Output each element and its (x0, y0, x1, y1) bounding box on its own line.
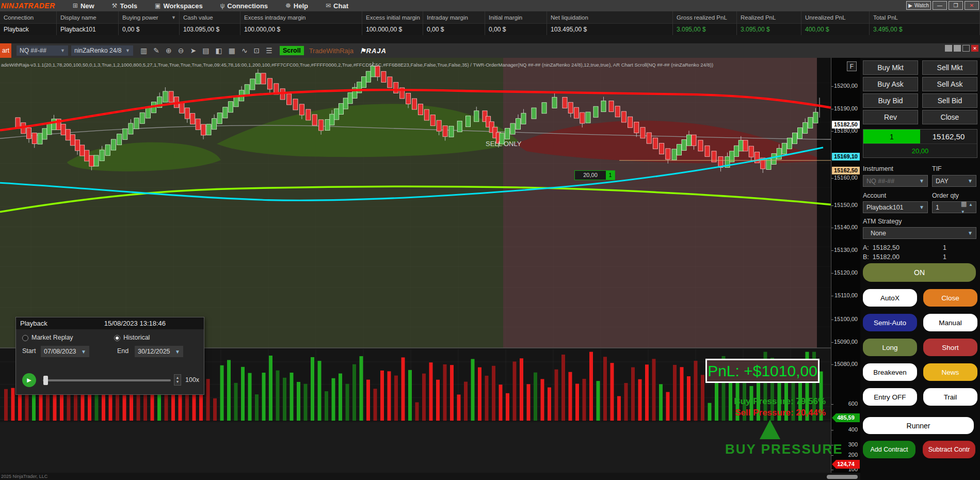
playback-slider[interactable] (43, 379, 171, 381)
strategy-icon[interactable]: ⊡ (254, 46, 260, 55)
menu-label: Chat (333, 2, 348, 10)
account-column: Cash value103.095,00 $ (180, 11, 240, 35)
column-value: 3.495,00 $ (873, 24, 979, 35)
chart-trader-icon[interactable]: ◧ (215, 46, 222, 55)
short-button[interactable]: Short (923, 339, 977, 356)
axis-tick (831, 319, 833, 320)
axis-tick (831, 273, 833, 274)
entry-off-button[interactable]: Entry OFF (863, 388, 917, 406)
menu-help[interactable]: ☸Help (285, 2, 308, 10)
raja-logo: ⚑RAJA (360, 47, 387, 55)
axis-label: 15080,00 (834, 361, 858, 367)
series-selector[interactable]: ninZaRenko 24/8▼ (71, 45, 133, 56)
trail-button[interactable]: Trail (923, 388, 977, 406)
zoom-in-icon[interactable]: ⊕ (166, 46, 172, 55)
ninjatrader-window: NINJATRADER ⊞New⚒Tools▣WorkspacesψConnec… (0, 0, 980, 480)
menu-label: Tools (120, 2, 137, 10)
maximize-button[interactable]: ❐ (949, 1, 963, 10)
price-chart[interactable] (0, 58, 831, 473)
toolbar-icons: ▥✎⊕⊖➤▤◧▦∿⊡☰ (137, 46, 276, 55)
sell-mkt-button[interactable]: Sell Mkt (922, 60, 977, 75)
calculator-icon[interactable]: ▦ (961, 200, 967, 207)
order-qty-badge: 1 (606, 171, 615, 180)
historical-radio[interactable] (114, 335, 120, 341)
column-value: 100.000,00 $ (244, 24, 362, 35)
watch-button[interactable]: ▶Watch (906, 1, 931, 10)
zoom-out-icon[interactable]: ⊖ (178, 46, 184, 55)
on-button[interactable]: ON (863, 263, 976, 282)
draw-icon[interactable]: ✎ (153, 46, 159, 55)
working-order-tag[interactable]: 20,00 1 (574, 170, 615, 180)
chart-style-icon[interactable]: ▥ (140, 46, 147, 55)
chart-tab[interactable]: art (0, 43, 11, 58)
runner-button[interactable]: Runner (863, 417, 974, 434)
price-axis[interactable]: F 15200,0015190,0015180,0015160,0015150,… (831, 58, 860, 473)
indicator-line-icon[interactable]: ∿ (242, 46, 248, 55)
tif-select[interactable]: DAY▼ (932, 175, 976, 187)
connections-icon: ψ (220, 2, 225, 9)
instrument-selector[interactable]: NQ ##-##▼ (17, 45, 68, 56)
playback-header[interactable]: Playback 15/08/2023 13:18:46 (16, 317, 204, 329)
pin-button[interactable] (945, 45, 952, 52)
fixed-scale-button[interactable]: F (847, 61, 857, 71)
atm-strategy-select[interactable]: None▼ (863, 227, 976, 239)
column-header[interactable]: Buying power▼ (119, 11, 179, 24)
add-contract-button[interactable]: Add Contract (863, 441, 915, 458)
menu-connections[interactable]: ψConnections (220, 2, 268, 10)
menu-chat[interactable]: ✉Chat (326, 2, 348, 10)
sell-ask-button[interactable]: Sell Ask (922, 77, 977, 91)
minimize-chart-button[interactable] (954, 45, 961, 52)
instrument-select[interactable]: NQ ##-##▼ (863, 175, 928, 187)
axis-tick (831, 205, 833, 206)
breakeven-button[interactable]: Breakeven (863, 363, 917, 381)
sell-bid-button[interactable]: Sell Bid (922, 93, 977, 108)
order-qty-input[interactable]: 1 ▦ ▲▼ (932, 201, 976, 213)
account-select[interactable]: Playback101▼ (863, 201, 928, 213)
news-button[interactable]: News (923, 363, 977, 381)
play-button[interactable]: ▶ (22, 373, 36, 387)
axis-label: 15160,00 (834, 174, 858, 181)
tif-label: TIF (932, 165, 942, 172)
rev-button[interactable]: Rev (863, 110, 918, 124)
scroll-button[interactable]: Scroll (280, 46, 304, 55)
menu-workspaces[interactable]: ▣Workspaces (155, 2, 203, 10)
playback-title: Playback (20, 319, 47, 327)
data-box-icon[interactable]: ▤ (202, 46, 209, 55)
chart-window-buttons: ✕ (945, 45, 978, 52)
bar-type-icon[interactable]: ▦ (229, 46, 235, 55)
copyright-text: 2025 NinjaTrader, LLC (1, 474, 47, 479)
semi-auto-button[interactable]: Semi-Auto (863, 314, 917, 331)
close-button[interactable]: Close (922, 110, 977, 124)
end-date-select[interactable]: 30/12/2025▼ (135, 346, 183, 357)
chevron-down-icon: ▼ (125, 48, 130, 53)
long-button[interactable]: Long (863, 339, 917, 356)
start-date-select[interactable]: 07/08/2023▼ (41, 346, 89, 357)
contract-buttons: Add ContractSubtract Contr (863, 441, 977, 458)
menu-new[interactable]: ⊞New (73, 2, 94, 10)
close-chart-button[interactable]: ✕ (971, 45, 978, 52)
subtract-contr-button[interactable]: Subtract Contr (923, 441, 975, 458)
buy-bid-button[interactable]: Buy Bid (863, 93, 918, 108)
minimize-button[interactable]: — (933, 1, 947, 10)
cursor-icon[interactable]: ➤ (190, 46, 196, 55)
column-value: 103.495,00 $ (551, 24, 672, 35)
buy-pressure-watermark: BUY PRESSURE (725, 441, 843, 457)
buy-ask-button[interactable]: Buy Ask (863, 77, 918, 91)
manual-button[interactable]: Manual (923, 314, 977, 331)
speed-spinner[interactable]: ▲▼ (174, 374, 181, 386)
autox-button[interactable]: AutoX (863, 289, 917, 307)
horizontal-scrollbar[interactable] (827, 475, 858, 479)
close-button[interactable]: ✕ (965, 1, 979, 10)
market-replay-radio[interactable] (22, 335, 28, 341)
menu-tools[interactable]: ⚒Tools (112, 2, 137, 10)
column-value: 400,00 $ (805, 24, 869, 35)
account-label: Account (863, 192, 886, 199)
buy-mkt-button[interactable]: Buy Mkt (863, 60, 918, 75)
axis-tick (831, 296, 833, 296)
close-button[interactable]: Close (923, 289, 977, 307)
axis-tick (831, 342, 833, 343)
properties-icon[interactable]: ☰ (266, 46, 272, 55)
maximize-chart-button[interactable] (962, 45, 970, 52)
playback-slider-handle[interactable] (43, 376, 48, 385)
position-price: 15162,50 (920, 130, 977, 143)
